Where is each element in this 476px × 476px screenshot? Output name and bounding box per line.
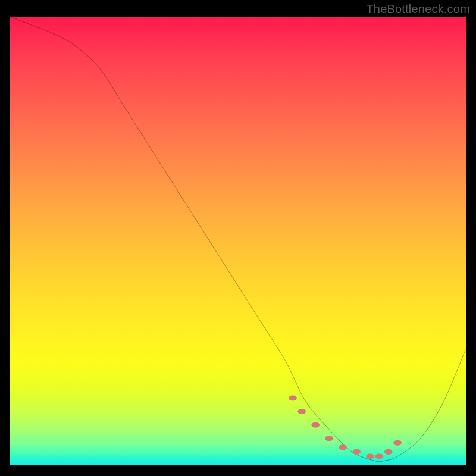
- marker-dot: [289, 395, 297, 400]
- marker-dot: [384, 449, 393, 455]
- marker-dot: [325, 436, 333, 441]
- bottleneck-curve-path: [10, 17, 466, 462]
- plot-area: [10, 17, 466, 465]
- marker-dot: [298, 409, 306, 414]
- marker-dot: [352, 449, 361, 455]
- marker-dot: [339, 444, 347, 450]
- marker-dots-group: [289, 395, 402, 459]
- marker-dot: [393, 440, 402, 446]
- chart-stage: TheBottleneck.com: [0, 0, 476, 476]
- marker-dot: [375, 453, 384, 459]
- marker-dot: [311, 422, 320, 428]
- curve-svg: [10, 17, 466, 465]
- watermark-text: TheBottleneck.com: [366, 2, 470, 16]
- marker-dot: [366, 453, 374, 459]
